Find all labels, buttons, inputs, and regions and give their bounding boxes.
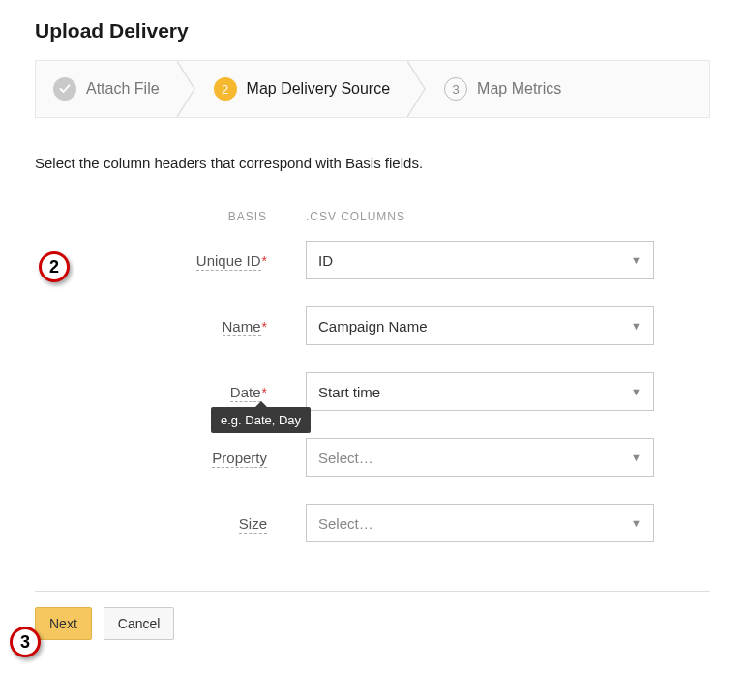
select-value: ID <box>318 252 333 269</box>
field-label: Unique ID <box>196 252 261 271</box>
cancel-button[interactable]: Cancel <box>104 607 175 640</box>
chevron-down-icon: ▼ <box>631 386 641 397</box>
page-title: Upload Delivery <box>35 19 710 43</box>
stepper: Attach File 2 Map Delivery Source 3 Map … <box>35 60 710 118</box>
annotation-callout-2: 2 <box>39 251 70 282</box>
field-row-size: Size Select… ▼ <box>112 504 710 542</box>
date-tooltip: e.g. Date, Day <box>211 407 311 433</box>
name-select[interactable]: Campaign Name ▼ <box>306 306 654 345</box>
instructions-text: Select the column headers that correspon… <box>35 155 710 171</box>
field-row-name: Name* Campaign Name ▼ <box>112 306 710 345</box>
field-row-unique-id: Unique ID* ID ▼ <box>112 241 710 279</box>
step-number: 3 <box>444 77 467 101</box>
next-button[interactable]: Next <box>35 607 92 640</box>
annotation-callout-3: 3 <box>10 627 41 657</box>
field-label: Date <box>230 384 261 402</box>
footer-actions: Next Cancel <box>35 607 710 640</box>
step-label: Attach File <box>86 80 160 98</box>
footer-separator <box>35 591 710 592</box>
chevron-down-icon: ▼ <box>631 254 641 266</box>
step-separator <box>407 61 427 117</box>
date-select[interactable]: Start time ▼ <box>306 372 654 411</box>
step-map-delivery-source[interactable]: 2 Map Delivery Source <box>196 61 408 117</box>
step-map-metrics[interactable]: 3 Map Metrics <box>427 61 579 117</box>
column-header-basis: BASIS <box>112 210 306 223</box>
select-placeholder: Select… <box>318 515 373 532</box>
required-indicator: * <box>262 253 267 269</box>
select-value: Campaign Name <box>318 318 428 335</box>
step-separator <box>177 61 196 117</box>
step-number: 2 <box>214 77 237 101</box>
unique-id-select[interactable]: ID ▼ <box>306 241 654 279</box>
property-select[interactable]: Select… ▼ <box>306 438 654 477</box>
field-label: Size <box>239 515 267 534</box>
check-icon <box>53 77 76 101</box>
chevron-down-icon: ▼ <box>631 517 641 529</box>
step-label: Map Metrics <box>477 80 561 98</box>
select-placeholder: Select… <box>318 450 373 466</box>
chevron-down-icon: ▼ <box>631 452 641 463</box>
column-header-csv: .CSV COLUMNS <box>306 210 405 223</box>
step-attach-file[interactable]: Attach File <box>36 61 177 117</box>
field-row-date: Date* Start time ▼ e.g. Date, Day <box>112 372 710 411</box>
required-indicator: * <box>262 319 267 335</box>
required-indicator: * <box>262 385 267 400</box>
field-label: Name <box>223 318 261 336</box>
step-label: Map Delivery Source <box>247 80 391 98</box>
chevron-down-icon: ▼ <box>631 320 641 332</box>
field-row-property: Property Select… ▼ <box>112 438 710 477</box>
field-label: Property <box>212 450 267 468</box>
select-value: Start time <box>318 384 380 400</box>
size-select[interactable]: Select… ▼ <box>306 504 654 542</box>
